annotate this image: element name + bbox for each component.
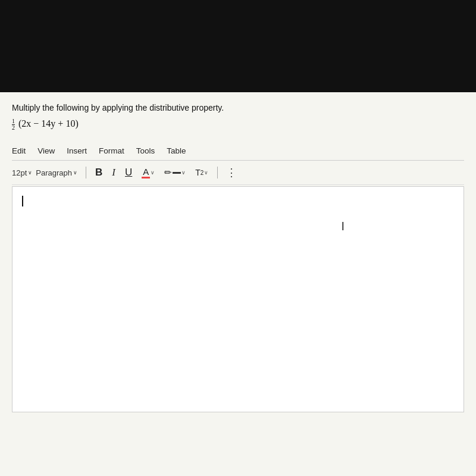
main-content: Multiply the following by applying the d… bbox=[0, 92, 476, 476]
font-color-button[interactable]: A ∨ bbox=[139, 165, 158, 180]
screen-container: Multiply the following by applying the d… bbox=[0, 0, 476, 476]
paragraph-style-selector[interactable]: Paragraph ∨ bbox=[36, 168, 77, 177]
editor-area[interactable]: I bbox=[12, 186, 464, 412]
text-cursor bbox=[22, 196, 23, 206]
highlight-button[interactable]: ✏ ∨ bbox=[161, 166, 189, 179]
question-text: Multiply the following by applying the d… bbox=[12, 103, 464, 112]
menu-insert[interactable]: Insert bbox=[67, 146, 87, 155]
highlight-icon-wrapper: ✏ bbox=[164, 167, 181, 178]
superscript-exp: 2 bbox=[201, 170, 204, 176]
math-fraction: 1 2 bbox=[12, 118, 15, 131]
font-size-chevron: ∨ bbox=[28, 170, 32, 176]
menu-view[interactable]: View bbox=[37, 146, 55, 155]
highlight-arrow: ∨ bbox=[181, 170, 186, 176]
mouse-cursor-indicator: I bbox=[341, 220, 345, 233]
highlight-color-bar bbox=[173, 172, 181, 174]
font-size-value: 12pt bbox=[12, 168, 27, 177]
superscript-arrow: ∨ bbox=[204, 170, 208, 176]
menu-table[interactable]: Table bbox=[167, 146, 186, 155]
math-main-expression: (2x − 14y + 10) bbox=[18, 118, 79, 129]
font-color-bar bbox=[142, 177, 150, 178]
superscript-t-label: T bbox=[195, 168, 201, 177]
menu-edit[interactable]: Edit bbox=[12, 146, 26, 155]
menu-tools[interactable]: Tools bbox=[136, 146, 155, 155]
toolbar: 12pt ∨ Paragraph ∨ B I U A ∨ ✏ bbox=[12, 161, 464, 185]
italic-button[interactable]: I bbox=[109, 165, 118, 180]
math-expression: 1 2 (2x − 14y + 10) bbox=[12, 118, 464, 131]
toolbar-divider-2 bbox=[217, 167, 218, 178]
fraction-denominator: 2 bbox=[12, 125, 15, 131]
toolbar-divider-1 bbox=[86, 167, 86, 178]
pencil-icon: ✏ bbox=[164, 167, 172, 178]
font-color-arrow: ∨ bbox=[151, 170, 155, 176]
more-options-button[interactable]: ⋮ bbox=[226, 166, 237, 179]
top-black-bar bbox=[0, 0, 476, 92]
font-size-selector[interactable]: 12pt ∨ bbox=[12, 168, 32, 177]
menu-format[interactable]: Format bbox=[99, 146, 124, 155]
paragraph-chevron: ∨ bbox=[73, 170, 77, 176]
underline-button[interactable]: U bbox=[122, 165, 135, 180]
paragraph-label: Paragraph bbox=[36, 168, 72, 177]
font-color-a-letter: A bbox=[143, 167, 149, 177]
font-color-icon: A bbox=[142, 167, 150, 178]
superscript-button[interactable]: T2 ∨ bbox=[192, 167, 211, 178]
menu-bar: Edit View Insert Format Tools Table bbox=[12, 142, 464, 161]
bold-button[interactable]: B bbox=[92, 165, 105, 180]
